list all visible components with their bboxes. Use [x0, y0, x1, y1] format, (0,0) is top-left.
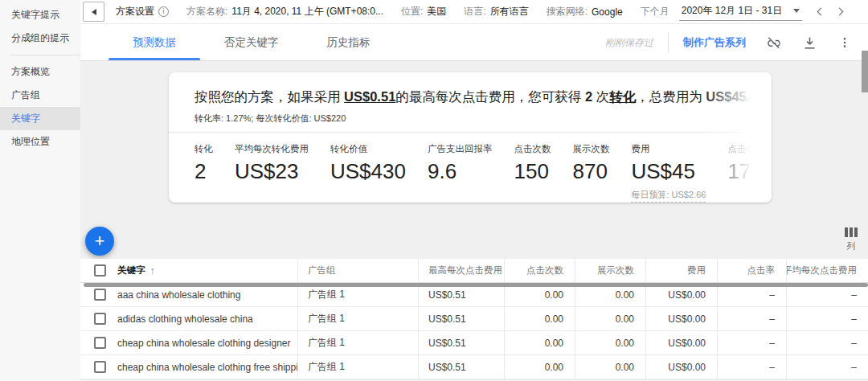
plus-icon: +	[95, 231, 105, 252]
unlink-icon[interactable]	[765, 34, 783, 51]
next-period-button[interactable]	[836, 8, 844, 16]
back-button[interactable]	[83, 2, 104, 22]
metric-label: 广告支出回报率	[428, 143, 493, 155]
sidebar: 关键字提示 分成组的提示 方案概览 广告组 关键字 地理位置	[0, 0, 80, 381]
ad-group-cell: 广告组 1	[297, 331, 418, 354]
table-header-row: 关键字 ↑ 广告组 最高每次点击费用 点击次数 展示次数 费用 点击率 平均每次…	[80, 259, 868, 283]
row-checkbox[interactable]	[94, 289, 106, 301]
info-icon[interactable]: i	[158, 6, 169, 17]
metric-label: 转化	[194, 143, 213, 155]
add-keyword-button[interactable]: +	[85, 227, 114, 256]
avg-cpc-cell: –	[786, 331, 868, 354]
keyword-cell: adidas clothing wholesale china	[80, 307, 297, 330]
tab[interactable]: 预测数据	[108, 24, 200, 60]
prev-period-button[interactable]	[817, 8, 825, 16]
row-checkbox[interactable]	[94, 337, 106, 349]
ctr-cell: –	[717, 355, 786, 379]
keyword-text: aaa china wholesale clothing	[117, 289, 240, 301]
tab-bar: 预测数据 否定关键字 历史指标 刚刚保存过 制作广告系列	[80, 24, 868, 61]
clicks-cell: 0.00	[504, 355, 575, 379]
metric-value: 150	[514, 159, 551, 184]
headline-text: 按照您的方案，如果采用	[194, 89, 344, 104]
tab[interactable]: 否定关键字	[200, 24, 303, 60]
avg-cpc-cell: –	[786, 307, 868, 330]
sidebar-item[interactable]: 关键字	[0, 107, 80, 130]
network-value[interactable]: Google	[592, 6, 623, 18]
language-value[interactable]: 所有语言	[490, 5, 529, 18]
horizontal-scrollbar-thumb[interactable]	[84, 283, 868, 287]
tab-label: 历史指标	[327, 35, 371, 50]
metric-value: US$45	[631, 159, 706, 184]
toolbar-actions: 刚刚保存过 制作广告系列	[605, 24, 858, 61]
row-checkbox[interactable]	[94, 313, 106, 325]
sidebar-divider	[10, 55, 80, 55]
table-body: aaa china wholesale clothing 广告组 1 US$0.…	[80, 283, 868, 379]
metric-label: 点击率	[727, 143, 772, 155]
metric-value: 870	[572, 159, 609, 184]
sort-ascending-icon[interactable]: ↑	[150, 265, 155, 277]
columns-tool[interactable]: 列	[845, 227, 858, 252]
metric: 平均每次转化费用 US$23	[235, 143, 309, 203]
metric: 转化 2	[194, 143, 213, 203]
sidebar-item[interactable]: 广告组	[0, 84, 80, 107]
sidebar-item[interactable]: 分成组的提示	[0, 27, 80, 50]
location-label: 位置:	[401, 5, 423, 18]
network-label: 搜索网络:	[547, 5, 588, 18]
columns-icon	[845, 227, 858, 237]
vertical-scrollbar-thumb[interactable]	[862, 51, 868, 92]
sidebar-item-group: 方案概览	[0, 60, 80, 84]
keyword-text: cheap china wholesale clothing free ship…	[117, 362, 297, 373]
header-cost[interactable]: 费用	[645, 259, 717, 282]
location-value[interactable]: 美国	[427, 5, 446, 18]
select-all-checkbox[interactable]	[94, 264, 106, 277]
header-clicks[interactable]: 点击次数	[504, 259, 575, 282]
header-ctr[interactable]: 点击率	[717, 259, 786, 282]
table-row: cheap china wholesale clothing free ship…	[80, 355, 868, 379]
sidebar-item[interactable]: 关键字提示	[0, 3, 80, 27]
keywords-table: 关键字 ↑ 广告组 最高每次点击费用 点击次数 展示次数 费用 点击率 平均每次…	[80, 259, 868, 379]
plan-settings-bar: 方案设置 i 方案名称: 11月 4, 2020, 11 上午 (GMT+08:…	[80, 0, 868, 24]
metric-value: US$430	[330, 159, 406, 184]
sidebar-item[interactable]: 方案概览	[0, 60, 80, 84]
cost-cell: US$0.00	[645, 307, 717, 330]
metric-label: 转化价值	[330, 143, 406, 155]
header-ad-group[interactable]: 广告组	[297, 259, 418, 282]
date-range-select[interactable]: 2020年 12月 1日 - 31日	[679, 2, 802, 21]
create-campaign-button[interactable]: 制作广告系列	[683, 35, 746, 50]
tab[interactable]: 历史指标	[303, 24, 395, 60]
header-keyword-cell[interactable]: 关键字 ↑	[80, 259, 297, 282]
header-max-cpc[interactable]: 最高每次点击费用	[418, 259, 504, 282]
sidebar-item[interactable]: 地理位置	[0, 130, 80, 154]
main-content: 按照您的方案，如果采用 US$0.51的最高每次点击费用，您可获得 2 次转化，…	[80, 61, 868, 381]
keyword-cell: cheap china wholesale clothing free ship…	[80, 355, 297, 379]
impressions-cell: 0.00	[575, 355, 645, 379]
metrics-row: 转化 2 平均每次转化费用 US$23 转化价值 US$430	[169, 133, 772, 203]
header-keyword-label: 关键字	[117, 264, 145, 277]
sidebar-item-group: 广告组	[0, 84, 80, 107]
header-avg-cpc[interactable]: 平均每次点击费用	[786, 259, 868, 282]
max-cpc-cell: US$0.51	[418, 355, 504, 379]
clicks-cell: 0.00	[504, 331, 575, 354]
back-arrow-icon	[92, 9, 96, 15]
sidebar-item-group: 关键字	[0, 107, 80, 130]
more-options-icon[interactable]	[836, 34, 854, 51]
period-label: 下个月	[641, 5, 669, 18]
ad-group-cell: 广告组 1	[297, 307, 418, 330]
download-icon[interactable]	[800, 34, 818, 51]
impressions-cell: 0.00	[575, 307, 645, 330]
help-icon[interactable]: ?	[751, 92, 763, 104]
plan-name-value[interactable]: 11月 4, 2020, 11 上午 (GMT+08:0...	[231, 5, 383, 18]
row-checkbox[interactable]	[94, 361, 106, 373]
metric-value: 9.6	[428, 159, 493, 184]
dropdown-caret-icon	[793, 9, 800, 13]
forecast-card: 按照您的方案，如果采用 US$0.51的最高每次点击费用，您可获得 2 次转化，…	[169, 72, 772, 203]
metric-subtext[interactable]: 每日预算: US$2.66	[631, 189, 706, 203]
headline-total-cost: US$45	[706, 89, 746, 104]
language-label: 语言:	[464, 5, 485, 18]
clicks-cell: 0.00	[504, 307, 575, 330]
metric-value: 17.8%	[727, 159, 772, 184]
header-impressions[interactable]: 展示次数	[575, 259, 645, 282]
metric-label: 展示次数	[572, 143, 609, 155]
forecast-headline-section: 按照您的方案，如果采用 US$0.51的最高每次点击费用，您可获得 2 次转化，…	[169, 72, 772, 133]
table-row: adidas clothing wholesale china 广告组 1 US…	[80, 307, 868, 331]
